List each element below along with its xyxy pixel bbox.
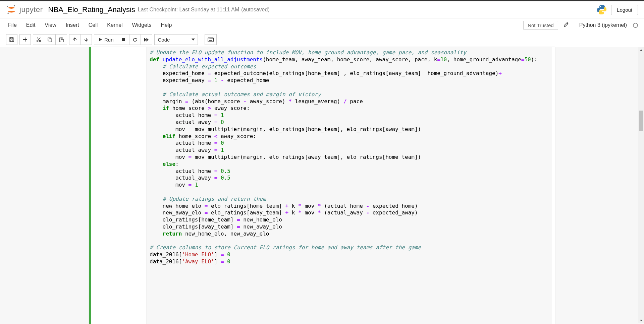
- keyboard-icon: [208, 38, 214, 42]
- stop-button[interactable]: [118, 34, 129, 45]
- jupyter-icon: [6, 5, 17, 14]
- command-palette-button[interactable]: [205, 34, 217, 45]
- copy-button[interactable]: [44, 34, 56, 45]
- cell-type-select[interactable]: Code: [154, 34, 198, 45]
- fast-forward-icon: [144, 38, 149, 42]
- svg-rect-17: [208, 38, 209, 39]
- toolbar: Run Code: [0, 32, 644, 47]
- move-up-button[interactable]: [69, 34, 80, 45]
- move-down-button[interactable]: [80, 34, 92, 45]
- cell-input[interactable]: # Update the ELO update function to incl…: [147, 47, 552, 324]
- scrollbar-vertical[interactable]: ▲ ▼: [638, 47, 644, 323]
- logout-button[interactable]: Logout: [611, 5, 638, 15]
- cut-icon: [36, 37, 41, 42]
- svg-rect-13: [122, 38, 125, 41]
- restart-button[interactable]: [129, 34, 141, 45]
- menubar: FileEditViewInsertCellKernelWidgetsHelp …: [0, 18, 644, 32]
- separator: [575, 21, 575, 29]
- copy-icon: [47, 37, 52, 42]
- menu-help[interactable]: Help: [156, 19, 176, 31]
- notebook-area: # Update the ELO update function to incl…: [0, 47, 644, 324]
- scroll-up-icon[interactable]: ▲: [638, 47, 644, 53]
- save-button[interactable]: [6, 34, 17, 45]
- add-cell-button[interactable]: [19, 34, 31, 45]
- arrow-down-icon: [84, 37, 89, 42]
- edit-icon[interactable]: [561, 22, 571, 28]
- autosaved-text: (autosaved): [241, 7, 270, 13]
- header: jupyter NBA_Elo_Rating_Analysis Last Che…: [0, 1, 644, 18]
- play-icon: [98, 38, 102, 42]
- kernel-indicator-icon[interactable]: [633, 23, 638, 28]
- svg-rect-8: [49, 39, 52, 42]
- notebook-container: # Update the ELO update function to incl…: [89, 47, 555, 324]
- code-block[interactable]: # Update the ELO update function to incl…: [147, 47, 552, 267]
- stop-icon: [121, 38, 125, 42]
- menu-edit[interactable]: Edit: [21, 19, 40, 31]
- menu-insert[interactable]: Insert: [61, 19, 84, 31]
- code-cell[interactable]: # Update the ELO update function to incl…: [89, 47, 555, 324]
- svg-rect-20: [211, 38, 212, 39]
- jupyter-logo[interactable]: jupyter: [6, 5, 43, 14]
- scroll-down-icon[interactable]: ▼: [638, 318, 644, 323]
- svg-rect-18: [209, 38, 210, 39]
- cut-button[interactable]: [33, 34, 44, 45]
- menu-cell[interactable]: Cell: [84, 19, 103, 31]
- svg-marker-14: [144, 38, 147, 41]
- save-icon: [9, 37, 14, 42]
- restart-icon: [132, 37, 138, 42]
- menu-file[interactable]: File: [6, 19, 21, 31]
- run-label: Run: [104, 37, 114, 43]
- paste-icon: [59, 37, 64, 42]
- svg-point-1: [7, 13, 9, 14]
- svg-rect-19: [210, 38, 211, 39]
- svg-point-0: [14, 5, 15, 6]
- python-icon: [596, 4, 607, 15]
- checkpoint-text: Last Checkpoint: Last Sunday at 11:11 AM: [138, 7, 239, 13]
- svg-rect-21: [212, 38, 213, 39]
- trust-status[interactable]: Not Trusted: [523, 21, 558, 30]
- svg-rect-10: [61, 37, 62, 38]
- svg-marker-12: [99, 38, 102, 41]
- notebook-name[interactable]: NBA_Elo_Rating_Analysis: [48, 5, 135, 14]
- svg-rect-22: [209, 40, 212, 41]
- svg-rect-11: [61, 39, 64, 42]
- arrow-up-icon: [72, 37, 77, 42]
- svg-point-2: [7, 6, 8, 7]
- cell-prompt: [91, 47, 147, 324]
- plus-icon: [23, 37, 28, 42]
- svg-point-3: [600, 6, 601, 7]
- paste-button[interactable]: [56, 34, 67, 45]
- scroll-thumb[interactable]: [639, 111, 643, 131]
- run-button[interactable]: Run: [94, 34, 118, 45]
- svg-point-4: [603, 13, 604, 14]
- kernel-name[interactable]: Python 3 (ipykernel): [579, 22, 627, 28]
- menu-widgets[interactable]: Widgets: [127, 19, 156, 31]
- svg-rect-16: [208, 38, 213, 42]
- menu-view[interactable]: View: [40, 19, 61, 31]
- menu-kernel[interactable]: Kernel: [102, 19, 127, 31]
- jupyter-logo-text: jupyter: [19, 5, 43, 14]
- svg-marker-15: [146, 38, 149, 41]
- restart-run-all-button[interactable]: [141, 34, 152, 45]
